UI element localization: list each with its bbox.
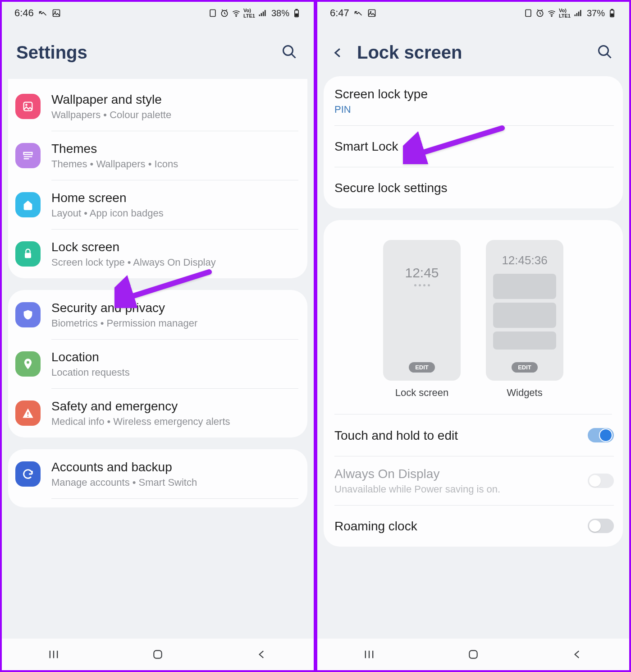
- page-title: Lock screen: [357, 42, 597, 63]
- settings-row-themes[interactable]: Themes Themes • Wallpapers • Icons: [8, 131, 307, 180]
- settings-group: Screen lock type PIN Smart Lock Secure l…: [324, 76, 623, 208]
- row-title: Secure lock settings: [334, 180, 614, 196]
- nav-recents-button[interactable]: [45, 645, 63, 663]
- wifi-icon: [232, 9, 241, 18]
- preview-label: Lock screen: [395, 387, 449, 399]
- status-time: 6:46: [14, 7, 34, 19]
- row-roaming-clock[interactable]: Roaming clock: [324, 505, 623, 547]
- settings-group: Security and privacy Biometrics • Permis…: [8, 290, 307, 437]
- row-title: Always On Display: [334, 466, 588, 482]
- image-icon: [367, 9, 376, 18]
- settings-row-safety[interactable]: Safety and emergency Medical info • Wire…: [8, 388, 307, 437]
- svg-rect-6: [296, 14, 298, 16]
- row-subtitle: Themes • Wallpapers • Icons: [51, 158, 298, 170]
- row-title: Home screen: [51, 190, 298, 206]
- preview-widgets[interactable]: 12:45:36 EDIT Widgets: [486, 240, 563, 399]
- search-button[interactable]: [597, 44, 615, 62]
- svg-rect-15: [154, 650, 161, 658]
- settings-row-security[interactable]: Security and privacy Biometrics • Permis…: [8, 290, 307, 339]
- row-subtitle: Screen lock type • Always On Display: [51, 257, 298, 268]
- nav-recents-button[interactable]: [360, 645, 378, 663]
- row-smart-lock[interactable]: Smart Lock: [324, 125, 623, 167]
- edit-badge[interactable]: EDIT: [409, 362, 435, 373]
- svg-point-17: [370, 11, 371, 13]
- row-subtitle: Unavailable while Power saving is on.: [334, 483, 588, 495]
- svg-rect-25: [469, 650, 477, 658]
- svg-point-12: [27, 361, 29, 364]
- row-subtitle: Manage accounts • Smart Switch: [51, 477, 298, 488]
- settings-row-home-screen[interactable]: Home screen Layout • App icon badges: [8, 180, 307, 229]
- toggle-switch[interactable]: [588, 428, 614, 442]
- battery-icon: [608, 9, 617, 18]
- svg-rect-0: [53, 10, 59, 17]
- row-title: Security and privacy: [51, 300, 298, 316]
- nav-back-button[interactable]: [253, 645, 271, 663]
- svg-point-24: [599, 46, 608, 55]
- svg-rect-16: [368, 10, 375, 17]
- nav-back-button[interactable]: [568, 645, 586, 663]
- nav-home-button[interactable]: [464, 645, 482, 663]
- preview-time: 12:45:36: [502, 253, 547, 267]
- settings-group: Accounts and backup Manage accounts • Sm…: [8, 449, 307, 507]
- volte-icon: Vo)LTE1: [559, 8, 571, 18]
- image-icon: [52, 9, 61, 18]
- wallpaper-icon: [15, 94, 41, 119]
- preview-dots: [414, 284, 430, 286]
- row-subtitle: Medical info • Wireless emergency alerts: [51, 416, 298, 428]
- preview-time: 12:45: [405, 265, 439, 281]
- preview-lock-screen[interactable]: 12:45 EDIT Lock screen: [383, 240, 461, 399]
- alarm-icon: [220, 9, 229, 18]
- search-button[interactable]: [281, 44, 299, 62]
- settings-row-wallpaper[interactable]: Wallpaper and style Wallpapers • Colour …: [8, 82, 307, 131]
- svg-rect-22: [611, 14, 613, 16]
- alert-icon: [15, 400, 41, 426]
- svg-rect-13: [27, 412, 28, 414]
- row-always-on-display: Always On Display Unavailable while Powe…: [324, 456, 623, 505]
- row-title: Accounts and backup: [51, 459, 298, 475]
- battery-percentage: 37%: [587, 8, 605, 18]
- missed-call-icon: [38, 9, 47, 18]
- missed-call-icon: [354, 9, 363, 18]
- status-time: 6:47: [330, 7, 349, 19]
- nav-bar: [2, 639, 314, 670]
- lock-icon: [15, 241, 41, 267]
- svg-rect-18: [526, 10, 531, 17]
- row-subtitle: Wallpapers • Colour palette: [51, 109, 298, 121]
- svg-point-10: [25, 104, 27, 106]
- themes-icon: [15, 143, 41, 168]
- settings-row-accounts[interactable]: Accounts and backup Manage accounts • Sm…: [8, 449, 307, 498]
- row-subtitle: PIN: [334, 104, 614, 115]
- toggle-switch: [588, 474, 614, 488]
- phone-right: 6:47 Vo)LTE1 37% Lock screen Screen lock: [314, 2, 629, 670]
- row-touch-hold-edit[interactable]: Touch and hold to edit: [324, 414, 623, 456]
- row-title: Themes: [51, 141, 298, 156]
- svg-rect-9: [24, 102, 32, 110]
- svg-point-20: [551, 16, 552, 17]
- settings-list[interactable]: Wallpaper and style Wallpapers • Colour …: [2, 79, 314, 670]
- svg-point-8: [283, 46, 293, 55]
- row-screen-lock-type[interactable]: Screen lock type PIN: [324, 76, 623, 125]
- widget-placeholder: [493, 303, 556, 328]
- alarm-icon: [535, 9, 544, 18]
- svg-rect-11: [25, 253, 31, 258]
- settings-row-location[interactable]: Location Location requests: [8, 339, 307, 388]
- back-button[interactable]: [328, 43, 348, 63]
- row-title: Roaming clock: [334, 518, 588, 534]
- settings-row-lock-screen[interactable]: Lock screen Screen lock type • Always On…: [8, 229, 307, 278]
- svg-rect-14: [27, 415, 28, 416]
- widget-placeholder: [493, 274, 556, 299]
- volte-icon: Vo)LTE1: [243, 8, 255, 18]
- nav-home-button[interactable]: [149, 645, 167, 663]
- page-title: Settings: [16, 42, 281, 63]
- lock-screen-list[interactable]: Screen lock type PIN Smart Lock Secure l…: [317, 76, 629, 670]
- edit-badge[interactable]: EDIT: [512, 362, 538, 373]
- toggle-switch[interactable]: [588, 519, 614, 533]
- row-title: Smart Lock: [334, 138, 614, 154]
- row-subtitle: Location requests: [51, 367, 298, 378]
- row-title: Safety and emergency: [51, 398, 298, 414]
- row-subtitle: Biometrics • Permission manager: [51, 318, 298, 329]
- nfc-icon: [208, 9, 217, 18]
- nav-bar: [317, 639, 629, 670]
- row-secure-lock-settings[interactable]: Secure lock settings: [324, 167, 623, 208]
- svg-point-4: [236, 16, 237, 17]
